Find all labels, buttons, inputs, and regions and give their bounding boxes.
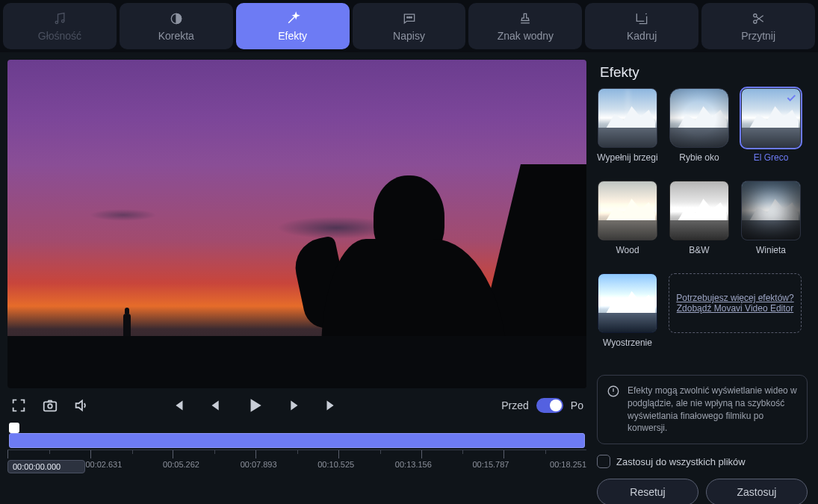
tab-crop[interactable]: Kadruj — [585, 3, 698, 49]
effect-label: Wypełnij brzegi — [597, 152, 657, 173]
after-label: Po — [571, 399, 583, 411]
effect-thumb[interactable] — [669, 181, 729, 240]
effect-thumb[interactable] — [598, 181, 657, 240]
check-icon — [785, 92, 797, 104]
svg-point-5 — [410, 17, 412, 19]
tab-correction[interactable]: Korekta — [120, 3, 233, 49]
stamp-icon — [518, 10, 533, 27]
sound-icon[interactable] — [73, 397, 90, 414]
frame-back-icon[interactable] — [208, 397, 224, 414]
before-label: Przed — [501, 399, 529, 411]
effects-grid: Wypełnij brzegiRybie okoEl GrecoWoodB&WW… — [597, 88, 808, 358]
effect-item-b-w[interactable]: B&W — [669, 181, 730, 266]
tab-label: Głośność — [38, 30, 81, 42]
effect-item-wype-nij-brzegi[interactable]: Wypełnij brzegi — [597, 88, 658, 173]
tab-trim[interactable]: Przytnij — [701, 3, 815, 49]
skip-end-icon[interactable] — [323, 397, 339, 414]
performance-note: Efekty mogą zwolnić wyświetlanie wideo w… — [597, 375, 808, 444]
tab-label: Korekta — [158, 30, 194, 42]
video-preview[interactable] — [7, 60, 586, 388]
apply-button[interactable]: Zastosuj — [706, 479, 808, 504]
effect-label: Rybie oko — [679, 152, 719, 173]
tab-subtitles[interactable]: Napisy — [353, 3, 466, 49]
apply-all-checkbox[interactable]: Zastosuj do wszystkich plików — [597, 455, 808, 468]
effect-item-rybie-oko[interactable]: Rybie oko — [669, 88, 730, 173]
svg-point-7 — [754, 20, 757, 23]
panel-title: Efekty — [600, 64, 808, 81]
tab-effects[interactable]: Efekty — [236, 3, 350, 49]
effect-label: Wood — [616, 245, 639, 266]
tab-label: Napisy — [393, 30, 425, 42]
effect-item-winieta[interactable]: Winieta — [740, 181, 802, 266]
tab-label: Znak wodny — [498, 30, 554, 42]
apply-all-label: Zastosuj do wszystkich plików — [616, 456, 746, 467]
skip-start-icon[interactable] — [170, 397, 187, 414]
effect-thumb[interactable] — [741, 181, 801, 240]
tabs-bar: Głośność Korekta Efekty Napisy Znak wodn… — [0, 0, 818, 52]
tab-watermark[interactable]: Znak wodny — [468, 3, 582, 49]
crop-rotate-icon — [634, 10, 649, 27]
snapshot-icon[interactable] — [42, 397, 58, 414]
note-text: Efekty mogą zwolnić wyświetlanie wideo w… — [628, 385, 798, 435]
promo-link-1[interactable]: Potrzebujesz więcej efektów? — [676, 293, 793, 303]
tab-volume: Głośność — [3, 3, 117, 49]
timeline[interactable]: 00:00:00.000 00:02.631 00:05.262 00:07.8… — [7, 423, 586, 473]
more-effects-promo[interactable]: Potrzebujesz więcej efektów?Zdobądź Mova… — [669, 273, 802, 333]
tab-label: Kadruj — [627, 30, 657, 42]
contrast-icon — [169, 10, 184, 27]
effect-item-wood[interactable]: Wood — [597, 181, 658, 266]
effect-thumb[interactable] — [598, 88, 657, 148]
tab-label: Przytnij — [741, 30, 775, 42]
svg-rect-8 — [44, 402, 57, 411]
checkbox-icon[interactable] — [597, 455, 610, 468]
promo-link-2[interactable]: Zdobądź Movavi Video Editor — [677, 303, 794, 314]
svg-point-3 — [406, 17, 408, 19]
effect-thumb[interactable] — [598, 273, 657, 333]
wand-icon — [285, 10, 300, 27]
effect-thumb[interactable] — [741, 88, 801, 148]
effect-label: Wyostrzenie — [603, 337, 652, 358]
svg-point-9 — [48, 404, 52, 408]
scissors-icon — [751, 10, 766, 27]
info-icon — [607, 385, 620, 398]
svg-point-4 — [409, 17, 410, 19]
reset-button[interactable]: Resetuj — [597, 479, 698, 504]
clip-region[interactable] — [9, 433, 585, 448]
svg-point-1 — [61, 20, 63, 22]
time-labels: 00:00:00.000 00:02.631 00:05.262 00:07.8… — [7, 458, 586, 473]
tab-label: Efekty — [278, 30, 307, 42]
playhead[interactable] — [9, 423, 19, 433]
before-after-toggle[interactable] — [536, 398, 563, 413]
play-icon[interactable] — [245, 396, 264, 415]
ruler-ticks — [7, 449, 586, 458]
music-icon — [52, 10, 67, 27]
current-time: 00:00:00.000 — [7, 460, 85, 473]
frame-fwd-icon[interactable] — [285, 397, 302, 414]
effect-thumb[interactable] — [669, 88, 729, 148]
effect-item-el-greco[interactable]: El Greco — [740, 88, 802, 173]
effect-label: Winieta — [756, 245, 786, 266]
fullscreen-icon[interactable] — [10, 397, 27, 414]
effect-item-wyostrzenie[interactable]: Wyostrzenie — [597, 273, 658, 358]
subtitles-icon — [402, 10, 417, 27]
svg-point-6 — [754, 14, 757, 17]
svg-point-0 — [55, 21, 58, 23]
effect-label: B&W — [689, 245, 709, 266]
effect-label: El Greco — [754, 152, 789, 173]
